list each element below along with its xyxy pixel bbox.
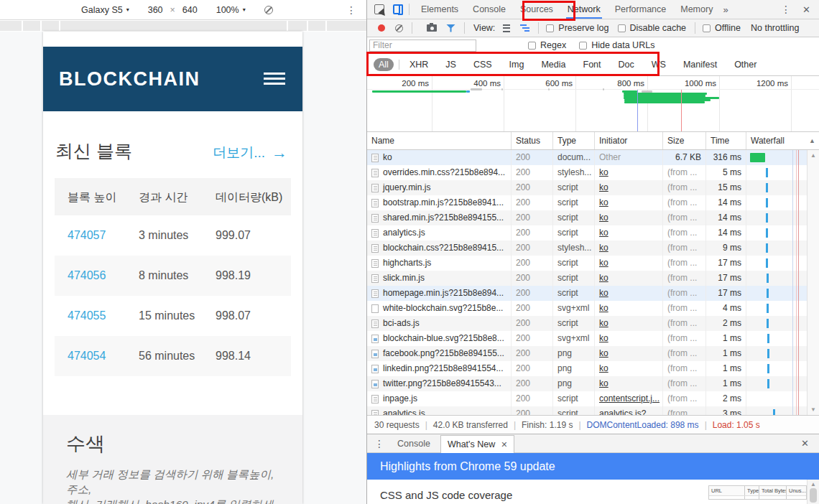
disable-cache-checkbox[interactable] <box>618 24 626 32</box>
media-query-segment[interactable] <box>327 21 366 31</box>
type-filter-media[interactable]: Media <box>536 58 570 71</box>
initiator-link[interactable]: ko <box>599 197 609 207</box>
request-row[interactable]: linkedin.png?215b8e8941554...200pngko(fr… <box>367 361 819 376</box>
device-select[interactable]: Galaxy S5 ▾ <box>81 5 129 15</box>
column-header-status[interactable]: Status <box>512 132 553 149</box>
initiator-link[interactable]: ko <box>599 243 609 253</box>
tab-whats-new[interactable]: What's New ✕ <box>440 435 515 454</box>
request-row[interactable]: slick.min.js200scriptko(from ...17 ms <box>367 271 819 286</box>
initiator-link[interactable]: ko <box>599 258 609 268</box>
request-row[interactable]: blockchain.css?215b8e89415...200stylesh.… <box>367 241 819 256</box>
request-row[interactable]: ko200docum...Other6.7 KB316 ms <box>367 150 819 165</box>
site-logo[interactable]: BLOCKCHAIN <box>59 68 200 90</box>
initiator-link[interactable]: ko <box>599 273 609 283</box>
media-query-segment[interactable] <box>23 21 40 31</box>
throttling-select[interactable]: No throttling <box>751 23 799 33</box>
initiator-link[interactable]: ko <box>599 363 609 373</box>
column-header-time[interactable]: Time <box>706 132 746 149</box>
type-filter-img[interactable]: Img <box>504 58 529 71</box>
request-row[interactable]: blockchain-blue.svg?215b8e8...200svg+xml… <box>367 331 819 346</box>
throttle-icon[interactable] <box>264 6 273 14</box>
drawer-more-icon[interactable]: ⋮ <box>374 439 384 449</box>
requests-scrollbar[interactable]: ▲ ▼ <box>807 150 819 415</box>
initiator-link[interactable]: contentscript.j... <box>599 393 660 403</box>
initiator-link[interactable]: ko <box>599 318 609 328</box>
request-row[interactable]: inpage.js200scriptcontentscript.j...(fro… <box>367 391 819 406</box>
whats-new-scrollbar[interactable]: ▲ <box>807 480 819 504</box>
type-filter-ws[interactable]: WS <box>647 58 671 71</box>
record-icon[interactable] <box>378 24 385 32</box>
initiator-link[interactable]: ko <box>599 348 609 358</box>
scrollbar-thumb[interactable] <box>810 488 817 503</box>
initiator-link[interactable]: analytics.js? <box>599 409 646 415</box>
type-filter-all[interactable]: All <box>374 58 394 71</box>
tab-sources[interactable]: Sources <box>513 0 560 19</box>
request-row[interactable]: analytics.js200scriptanalytics.js?(from3… <box>367 406 819 415</box>
preserve-log-checkbox[interactable] <box>546 24 554 32</box>
filter-input[interactable] <box>369 39 476 52</box>
device-toolbar-toggle-icon[interactable] <box>393 4 400 14</box>
request-row[interactable]: highcharts.js200scriptko(from ...17 ms <box>367 256 819 271</box>
tab-performance[interactable]: Performance <box>608 0 674 19</box>
zoom-select[interactable]: 100% ▾ <box>216 5 246 15</box>
type-filter-doc[interactable]: Doc <box>614 58 639 71</box>
tab-memory[interactable]: Memory <box>673 0 720 19</box>
scroll-down-icon[interactable]: ▼ <box>808 406 819 413</box>
request-row[interactable]: analytics.js200scriptko(from ...14 ms <box>367 225 819 241</box>
tab-console[interactable]: Console <box>397 439 430 449</box>
initiator-link[interactable]: ko <box>599 228 609 238</box>
initiator-link[interactable]: ko <box>599 167 609 177</box>
see-more-link[interactable]: 더보기... → <box>213 144 287 162</box>
type-filter-js[interactable]: JS <box>440 58 461 71</box>
media-query-segment[interactable] <box>42 21 59 31</box>
request-row[interactable]: homepage.min.js?215b8e894...200scriptko(… <box>367 286 819 301</box>
initiator-link[interactable]: ko <box>599 213 609 223</box>
media-query-segment[interactable] <box>288 21 307 31</box>
drawer-close-icon[interactable]: ✕ <box>801 438 809 449</box>
column-header-name[interactable]: Name <box>367 132 512 149</box>
type-filter-css[interactable]: CSS <box>468 58 497 71</box>
media-query-segment[interactable] <box>0 21 22 31</box>
block-height-link[interactable]: 474056 <box>68 269 106 282</box>
request-row[interactable]: twitter.png?215b8e89415543...200pngko(fr… <box>367 376 819 391</box>
request-row[interactable]: bootstrap.min.js?215b8e8941...200scriptk… <box>367 195 819 210</box>
more-tabs-icon[interactable]: » <box>723 4 728 15</box>
tab-console[interactable]: Console <box>466 0 513 19</box>
request-row[interactable]: jquery.min.js200scriptko(from ...15 ms <box>367 180 819 195</box>
request-row[interactable]: shared.min.js?215b8e894155...200scriptko… <box>367 210 819 225</box>
device-more-icon[interactable]: ⋮ <box>346 5 356 15</box>
media-query-segment[interactable] <box>60 21 287 31</box>
type-filter-xhr[interactable]: XHR <box>404 58 433 71</box>
initiator-link[interactable]: ko <box>599 288 609 298</box>
type-filter-manifest[interactable]: Manifest <box>678 58 722 71</box>
request-row[interactable]: facebook.png?215b8e894155...200pngko(fro… <box>367 346 819 361</box>
column-header-initiator[interactable]: Initiator <box>595 132 663 149</box>
tab-network[interactable]: Network <box>560 0 608 19</box>
inspect-element-icon[interactable] <box>374 4 384 14</box>
type-filter-other[interactable]: Other <box>729 58 762 71</box>
initiator-link[interactable]: ko <box>599 333 609 343</box>
devtools-more-icon[interactable]: ⋮ <box>781 4 791 14</box>
type-filter-font[interactable]: Font <box>578 58 606 71</box>
column-header-size[interactable]: Size <box>663 132 706 149</box>
block-height-link[interactable]: 474054 <box>68 350 106 363</box>
close-tab-icon[interactable]: ✕ <box>501 440 507 449</box>
offline-checkbox[interactable] <box>703 24 711 32</box>
list-view-icon[interactable] <box>501 24 510 32</box>
tab-elements[interactable]: Elements <box>414 0 466 19</box>
viewport-height-value[interactable]: 640 <box>182 5 198 15</box>
initiator-link[interactable]: ko <box>599 182 609 192</box>
hide-data-urls-checkbox[interactable] <box>579 42 587 50</box>
media-query-segment[interactable] <box>308 21 325 31</box>
waterfall-view-icon[interactable] <box>520 24 529 32</box>
request-row[interactable]: overrides.min.css?215b8e894...200stylesh… <box>367 165 819 180</box>
sort-ascending-icon[interactable]: ▲ <box>809 132 815 149</box>
hamburger-menu-icon[interactable] <box>264 73 285 85</box>
filter-icon[interactable] <box>446 24 455 32</box>
block-height-link[interactable]: 474055 <box>68 309 106 322</box>
viewport-width-value[interactable]: 360 <box>148 5 163 15</box>
scroll-up-icon[interactable]: ▲ <box>808 152 819 159</box>
devtools-close-icon[interactable]: ✕ <box>802 4 810 15</box>
column-header-type[interactable]: Type <box>553 132 595 149</box>
screenshot-icon[interactable] <box>427 24 437 32</box>
